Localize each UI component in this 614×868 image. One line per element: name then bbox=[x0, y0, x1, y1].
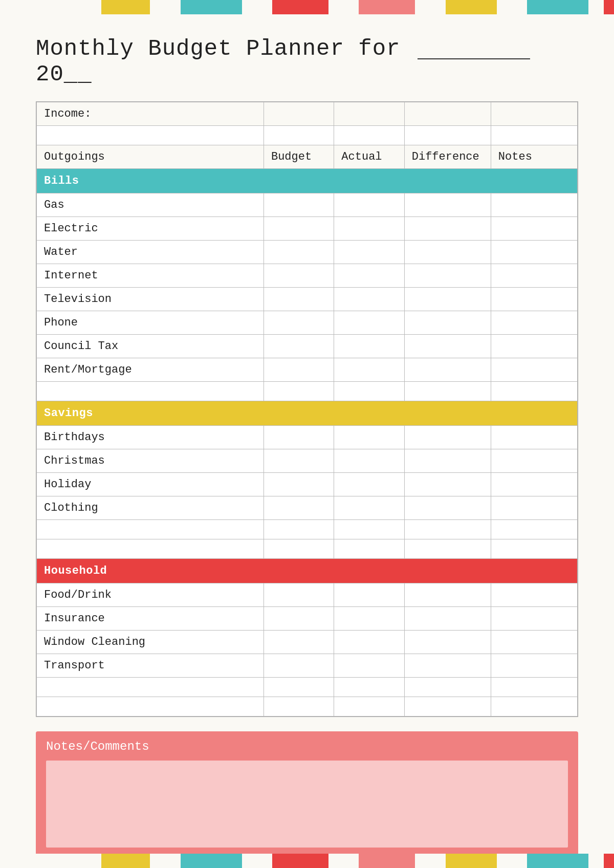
holiday-diff[interactable] bbox=[404, 473, 491, 496]
notes-comments-box[interactable]: Notes/Comments bbox=[36, 731, 578, 856]
council-tax-diff[interactable] bbox=[404, 335, 491, 358]
birthdays-budget[interactable] bbox=[264, 426, 334, 449]
christmas-actual[interactable] bbox=[334, 449, 404, 473]
table-row: Television bbox=[37, 288, 578, 311]
transport-notes[interactable] bbox=[491, 654, 577, 678]
christmas-notes[interactable] bbox=[491, 449, 577, 473]
rent-mortgage-budget[interactable] bbox=[264, 358, 334, 382]
table-row: Window Cleaning bbox=[37, 631, 578, 654]
holiday-budget[interactable] bbox=[264, 473, 334, 496]
internet-notes[interactable] bbox=[491, 264, 577, 288]
window-cleaning-notes[interactable] bbox=[491, 631, 577, 654]
window-cleaning-budget[interactable] bbox=[264, 631, 334, 654]
christmas-label: Christmas bbox=[37, 449, 264, 473]
gas-actual[interactable] bbox=[334, 193, 404, 217]
bottom-bar bbox=[0, 854, 614, 868]
top-seg-5 bbox=[415, 0, 445, 14]
birthdays-diff[interactable] bbox=[404, 426, 491, 449]
top-seg-red-1 bbox=[272, 0, 328, 14]
council-tax-budget[interactable] bbox=[264, 335, 334, 358]
rent-mortgage-diff[interactable] bbox=[404, 358, 491, 382]
gas-budget[interactable] bbox=[264, 193, 334, 217]
food-drink-actual[interactable] bbox=[334, 583, 404, 607]
top-seg-pink-1 bbox=[359, 0, 415, 14]
insurance-diff[interactable] bbox=[404, 607, 491, 631]
col-notes-header: Notes bbox=[491, 145, 577, 169]
column-headers-row: Outgoings Budget Actual Difference Notes bbox=[37, 145, 578, 169]
bottom-seg-3 bbox=[242, 854, 272, 868]
empty-row-1 bbox=[37, 126, 578, 145]
water-diff[interactable] bbox=[404, 241, 491, 264]
income-diff[interactable] bbox=[404, 102, 491, 126]
council-tax-actual[interactable] bbox=[334, 335, 404, 358]
top-seg-red-2 bbox=[604, 0, 614, 14]
phone-diff[interactable] bbox=[404, 311, 491, 335]
income-notes[interactable] bbox=[491, 102, 577, 126]
holiday-notes[interactable] bbox=[491, 473, 577, 496]
electric-actual[interactable] bbox=[334, 217, 404, 241]
top-seg-3 bbox=[242, 0, 272, 14]
col-budget-header: Budget bbox=[264, 145, 334, 169]
gas-label: Gas bbox=[37, 193, 264, 217]
food-drink-diff[interactable] bbox=[404, 583, 491, 607]
television-notes[interactable] bbox=[491, 288, 577, 311]
holiday-actual[interactable] bbox=[334, 473, 404, 496]
gas-diff[interactable] bbox=[404, 193, 491, 217]
rent-mortgage-actual[interactable] bbox=[334, 358, 404, 382]
television-budget[interactable] bbox=[264, 288, 334, 311]
bottom-seg-teal-1 bbox=[181, 854, 242, 868]
christmas-budget[interactable] bbox=[264, 449, 334, 473]
table-row: Water bbox=[37, 241, 578, 264]
rent-mortgage-notes[interactable] bbox=[491, 358, 577, 382]
empty-row-6 bbox=[37, 697, 578, 717]
television-actual[interactable] bbox=[334, 288, 404, 311]
bills-section-header: Bills bbox=[37, 169, 578, 193]
water-budget[interactable] bbox=[264, 241, 334, 264]
clothing-budget[interactable] bbox=[264, 496, 334, 520]
notes-content-area[interactable] bbox=[46, 761, 568, 848]
christmas-diff[interactable] bbox=[404, 449, 491, 473]
television-diff[interactable] bbox=[404, 288, 491, 311]
birthdays-notes[interactable] bbox=[491, 426, 577, 449]
electric-notes[interactable] bbox=[491, 217, 577, 241]
table-row: Council Tax bbox=[37, 335, 578, 358]
gas-notes[interactable] bbox=[491, 193, 577, 217]
insurance-budget[interactable] bbox=[264, 607, 334, 631]
water-actual[interactable] bbox=[334, 241, 404, 264]
electric-diff[interactable] bbox=[404, 217, 491, 241]
window-cleaning-diff[interactable] bbox=[404, 631, 491, 654]
electric-budget[interactable] bbox=[264, 217, 334, 241]
bottom-seg-teal-2 bbox=[527, 854, 588, 868]
clothing-label: Clothing bbox=[37, 496, 264, 520]
insurance-actual[interactable] bbox=[334, 607, 404, 631]
clothing-actual[interactable] bbox=[334, 496, 404, 520]
birthdays-label: Birthdays bbox=[37, 426, 264, 449]
top-seg-4 bbox=[328, 0, 359, 14]
window-cleaning-actual[interactable] bbox=[334, 631, 404, 654]
transport-diff[interactable] bbox=[404, 654, 491, 678]
clothing-notes[interactable] bbox=[491, 496, 577, 520]
transport-actual[interactable] bbox=[334, 654, 404, 678]
phone-actual[interactable] bbox=[334, 311, 404, 335]
food-drink-budget[interactable] bbox=[264, 583, 334, 607]
internet-label: Internet bbox=[37, 264, 264, 288]
birthdays-actual[interactable] bbox=[334, 426, 404, 449]
food-drink-notes[interactable] bbox=[491, 583, 577, 607]
phone-budget[interactable] bbox=[264, 311, 334, 335]
insurance-notes[interactable] bbox=[491, 607, 577, 631]
household-label: Household bbox=[37, 559, 578, 583]
water-notes[interactable] bbox=[491, 241, 577, 264]
income-actual[interactable] bbox=[334, 102, 404, 126]
income-budget[interactable] bbox=[264, 102, 334, 126]
table-row: Internet bbox=[37, 264, 578, 288]
clothing-diff[interactable] bbox=[404, 496, 491, 520]
internet-diff[interactable] bbox=[404, 264, 491, 288]
internet-actual[interactable] bbox=[334, 264, 404, 288]
top-bar bbox=[0, 0, 614, 14]
council-tax-notes[interactable] bbox=[491, 335, 577, 358]
internet-budget[interactable] bbox=[264, 264, 334, 288]
top-seg-yellow-2 bbox=[446, 0, 497, 14]
bottom-seg-2 bbox=[150, 854, 180, 868]
transport-budget[interactable] bbox=[264, 654, 334, 678]
phone-notes[interactable] bbox=[491, 311, 577, 335]
